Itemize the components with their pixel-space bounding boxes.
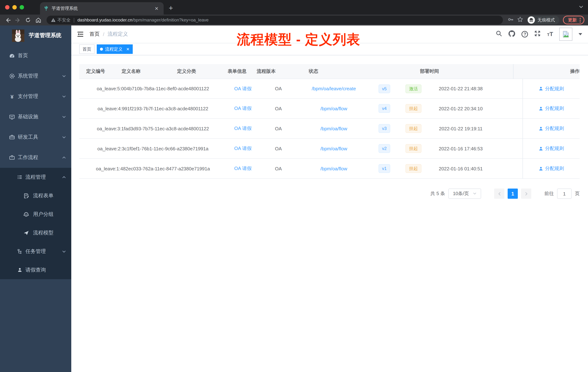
goto-label: 前往 [544, 190, 554, 197]
status-badge: 挂起 [405, 124, 421, 133]
window-controls[interactable] [5, 5, 24, 10]
page-size-select[interactable]: 10条/页 [448, 188, 481, 199]
sidebar-item-label: 工作流程 [18, 154, 38, 161]
hamburger-icon[interactable] [77, 31, 84, 37]
pagination: 共 5 条 10条/页 1 前往 1 页 [79, 188, 580, 199]
sidebar-item-devtools[interactable]: 研发工具 [0, 127, 71, 147]
sidebar-item-process-model[interactable]: 流程模型 [0, 223, 71, 242]
form-edit-icon [23, 193, 29, 198]
key-icon[interactable] [507, 16, 514, 24]
tab-close-icon[interactable]: ✕ [153, 6, 160, 11]
version-badge: v3 [378, 124, 390, 133]
definition-name-link[interactable]: OA 请假 [234, 145, 252, 152]
sidebar-item-label: 支付管理 [18, 93, 38, 100]
insecure-warning[interactable]: 不安全 [51, 17, 71, 23]
goto-page-input[interactable]: 1 [557, 188, 572, 199]
next-page-button[interactable] [521, 188, 531, 199]
chevron-down-icon [62, 74, 66, 78]
breadcrumb-home[interactable]: 首页 [89, 31, 100, 37]
minimize-window-button[interactable] [12, 5, 17, 10]
definition-name-link[interactable]: OA 请假 [234, 165, 252, 172]
sidebar-item-leave-query[interactable]: 请假查询 [0, 261, 71, 279]
github-icon[interactable] [509, 30, 515, 38]
browser-tab[interactable]: 芋道管理系统 ✕ [40, 2, 164, 15]
sidebar-item-user-group[interactable]: 用户分组 [0, 205, 71, 223]
sidebar-item-process-mgmt[interactable]: 流程管理 [0, 168, 71, 186]
incognito-icon [528, 16, 535, 24]
cell-definition-id: oa_leave:5:004b710b-7b8a-11ec-8ef0-acde4… [79, 79, 227, 98]
chevron-up-icon [62, 175, 66, 179]
assign-rule-link[interactable]: 分配规则 [538, 85, 564, 92]
tag-home[interactable]: 首页 [79, 44, 94, 54]
page-number-button[interactable]: 1 [508, 188, 518, 199]
version-badge: v2 [378, 144, 390, 153]
screen: 芋道管理系统 ✕ + 不安全 dashboard.yudao.iocoder.c… [0, 0, 588, 372]
prev-page-button[interactable] [494, 188, 504, 199]
tag-active[interactable]: 流程定义 ✕ [97, 44, 133, 54]
back-icon[interactable] [4, 17, 12, 23]
assign-rule-link[interactable]: 分配规则 [538, 145, 564, 152]
breadcrumb-current: 流程定义 [108, 31, 128, 37]
cell-filler [493, 119, 523, 138]
assign-rule-link[interactable]: 分配规则 [538, 105, 564, 112]
form-info-link[interactable]: /bpm/oa/flow [320, 166, 347, 171]
sidebar-logo[interactable]: 芋道管理系统 [0, 25, 71, 45]
page-content: 定义编号定义名称定义分类表单信息流程版本状态部署时间操作 oa_leave:5:… [71, 55, 588, 372]
person-icon [538, 126, 543, 131]
cell-category: OA [259, 119, 297, 138]
definition-table: 定义编号定义名称定义分类表单信息流程版本状态部署时间操作 oa_leave:5:… [79, 64, 580, 179]
cell-deploy-time: 2022-01-22 21:48:38 [428, 79, 493, 98]
sidebar-item-system[interactable]: 系统管理 [0, 66, 71, 86]
browser-update-button[interactable]: 更新 [563, 16, 584, 24]
search-icon[interactable] [496, 30, 502, 38]
sidebar-item-home[interactable]: 首页 [0, 45, 71, 66]
tag-close-icon[interactable]: ✕ [126, 47, 129, 52]
fullscreen-icon[interactable] [534, 30, 541, 38]
cell-definition-id: oa_leave:2:3c1f0ef1-76b1-11ec-9c66-a2380… [79, 139, 227, 158]
favicon-plant-icon [44, 6, 49, 11]
sidebar-item-task-mgmt[interactable]: 任务管理 [0, 242, 71, 261]
app-title: 芋道管理系统 [29, 32, 62, 39]
new-tab-button[interactable]: + [169, 4, 173, 12]
url-host: dashboard.yudao.iocoder.cn [77, 17, 132, 22]
sidebar-item-process-form[interactable]: 流程表单 [0, 186, 71, 205]
navbar: 首页 / 流程定义 流程模型 - 定义列表 ? TT [71, 25, 588, 43]
sidebar-item-payment[interactable]: ¥ 支付管理 [0, 86, 71, 107]
form-info-link[interactable]: /bpm/oa/flow [320, 126, 347, 131]
table-header-cell: 定义分类 [150, 64, 223, 79]
assign-rule-link[interactable]: 分配规则 [538, 125, 564, 132]
form-info-link[interactable]: /bpm/oa/flow [320, 146, 347, 151]
form-info-link[interactable]: /bpm/oa/flow [320, 106, 347, 111]
bookmark-star-icon[interactable] [517, 16, 523, 24]
definition-name-link[interactable]: OA 请假 [234, 85, 252, 92]
address-bar[interactable]: 不安全 dashboard.yudao.iocoder.cn/bpm/manag… [47, 16, 503, 24]
chevron-down-icon [62, 94, 66, 99]
browser-toolbar: 不安全 dashboard.yudao.iocoder.cn/bpm/manag… [0, 15, 588, 25]
version-badge: v4 [378, 104, 390, 113]
robot-face-icon [23, 211, 29, 217]
sidebar-item-infra[interactable]: 基础设施 [0, 107, 71, 127]
url-divider [74, 18, 74, 22]
forward-icon[interactable] [14, 17, 22, 23]
definition-name-link[interactable]: OA 请假 [234, 105, 252, 112]
sidebar-item-label: 研发工具 [18, 134, 38, 141]
close-window-button[interactable] [5, 5, 10, 10]
user-menu-caret-icon[interactable] [578, 33, 582, 35]
font-size-icon[interactable]: TT [547, 31, 553, 37]
form-info-link[interactable]: /bpm/oa/leave/create [312, 86, 356, 91]
person-icon [538, 146, 543, 151]
tab-title: 芋道管理系统 [52, 5, 153, 11]
help-icon[interactable]: ? [522, 31, 528, 37]
tab-search-chevron-icon[interactable] [578, 4, 584, 11]
update-label: 更新 [568, 17, 577, 23]
home-icon[interactable] [34, 17, 42, 23]
status-badge: 挂起 [405, 144, 421, 153]
avatar[interactable] [559, 28, 572, 41]
sidebar-item-workflow[interactable]: 工作流程 [0, 147, 71, 168]
assign-rule-link[interactable]: 分配规则 [538, 165, 564, 172]
maximize-window-button[interactable] [20, 5, 24, 10]
browser-menu-icon[interactable] [580, 18, 581, 22]
chevron-down-icon [62, 115, 66, 119]
reload-icon[interactable] [24, 17, 32, 23]
definition-name-link[interactable]: OA 请假 [234, 125, 252, 132]
